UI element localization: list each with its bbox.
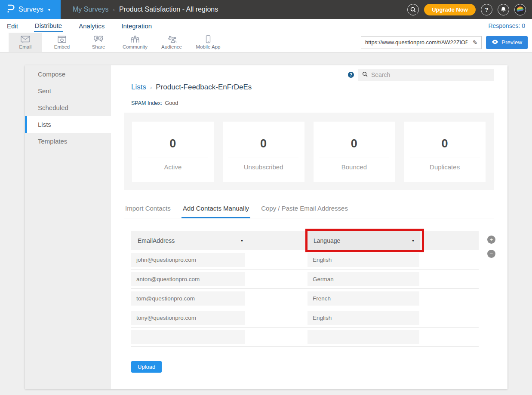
language-field[interactable] <box>308 291 419 306</box>
spam-index-value: Good <box>165 100 178 106</box>
search-icon[interactable] <box>407 4 419 15</box>
stat-value: 0 <box>169 137 176 150</box>
help-icon[interactable]: ? <box>481 4 492 15</box>
email-distribution-panel: Compose Sent Scheduled Lists Templates ?… <box>25 65 507 389</box>
list-name: Product-Feedback-EnFrDeEs <box>156 83 252 92</box>
list-stats: 0 Active 0 Unsubscribed 0 Bounced 0 Dupl… <box>124 113 494 190</box>
toolbar-item-audience[interactable]: Audience <box>155 33 188 52</box>
language-field[interactable] <box>308 311 419 325</box>
search-input[interactable] <box>371 71 489 78</box>
toolbar-item-label: Community <box>123 44 148 49</box>
stat-card-unsubscribed: 0 Unsubscribed <box>223 122 304 182</box>
audience-dollar-icon <box>166 35 177 43</box>
email-field[interactable] <box>131 291 245 306</box>
upload-button[interactable]: Upload <box>131 361 162 373</box>
spam-index: SPAM Index: Good <box>131 100 494 106</box>
toolbar-item-community[interactable]: Community <box>118 33 152 52</box>
chevron-down-icon: ▾ <box>48 7 50 12</box>
email-column-select[interactable]: EmailAddress ▾ <box>138 237 243 244</box>
breadcrumb-my-surveys[interactable]: My Surveys <box>73 6 109 13</box>
spam-index-label: SPAM Index: <box>131 100 162 106</box>
toolbar-item-email[interactable]: Email <box>9 33 42 52</box>
eye-icon <box>492 39 498 46</box>
preview-button[interactable]: Preview <box>486 36 528 49</box>
survey-nav: Edit Distribute Analytics Integration Re… <box>0 19 532 33</box>
remove-row-button[interactable]: − <box>487 250 495 258</box>
contact-row <box>131 250 479 269</box>
user-avatar[interactable] <box>514 4 526 15</box>
toolbar-item-label: Email <box>19 44 32 49</box>
tab-add-contacts-manually[interactable]: Add Contacts Manually <box>181 205 250 218</box>
tab-analytics[interactable]: Analytics <box>78 20 105 31</box>
page-title: Product Satisfaction - All regions <box>119 6 218 13</box>
stat-value: 0 <box>260 137 267 150</box>
toolbar-item-label: Embed <box>54 44 70 49</box>
stat-label: Unsubscribed <box>244 163 283 171</box>
toolbar-item-mobile-app[interactable]: Mobile App <box>191 33 225 52</box>
sidebar-item-lists[interactable]: Lists <box>25 116 111 133</box>
edit-url-pencil-icon[interactable]: ✎ <box>469 39 481 46</box>
email-field[interactable] <box>131 272 245 286</box>
row-controls: + − <box>487 236 495 258</box>
surveys-menu[interactable]: Surveys ▾ <box>0 0 61 19</box>
email-field[interactable] <box>131 330 245 344</box>
language-field[interactable] <box>308 330 419 344</box>
email-field[interactable] <box>131 253 245 267</box>
stat-value: 0 <box>351 137 357 150</box>
tab-copy-paste-emails[interactable]: Copy / Paste Email Addresses <box>260 205 349 218</box>
language-field[interactable] <box>308 272 419 286</box>
breadcrumb: My Surveys › Product Satisfaction - All … <box>61 0 407 19</box>
breadcrumb-separator: › <box>113 6 115 13</box>
contact-row <box>131 289 479 308</box>
help-icon-small[interactable]: ? <box>348 72 354 78</box>
survey-url-input[interactable] <box>361 39 469 46</box>
product-label: Surveys <box>18 6 43 13</box>
questionpro-logo-icon <box>6 4 15 15</box>
stat-card-duplicates: 0 Duplicates <box>404 122 486 182</box>
column-mapping-row: EmailAddress ▾ Language ▾ <box>131 231 479 250</box>
contact-tabs: Import Contacts Add Contacts Manually Co… <box>124 205 494 218</box>
language-column-select[interactable]: Language ▾ <box>308 231 420 250</box>
sidebar-item-templates[interactable]: Templates <box>25 133 111 150</box>
sidebar-item-sent[interactable]: Sent <box>25 83 111 99</box>
survey-url-field: ✎ <box>361 36 482 49</box>
embed-code-icon <box>57 35 67 43</box>
notifications-bell-icon[interactable] <box>498 4 509 15</box>
upgrade-now-button[interactable]: Upgrade Now <box>424 4 476 15</box>
toolbar-item-embed[interactable]: Embed <box>45 33 79 52</box>
search-icon <box>362 71 368 79</box>
contact-row <box>131 308 479 328</box>
distribute-toolbar: Email Embed Share Community Audience Mob… <box>0 33 532 52</box>
stat-card-bounced: 0 Bounced <box>314 122 395 182</box>
header-actions: Upgrade Now ? <box>407 0 532 19</box>
tab-integration[interactable]: Integration <box>120 20 153 31</box>
email-column-label: EmailAddress <box>138 237 175 244</box>
chevron-down-icon: ▾ <box>412 238 414 243</box>
sidebar-item-scheduled[interactable]: Scheduled <box>25 99 111 116</box>
breadcrumb-lists-link[interactable]: Lists <box>131 83 146 92</box>
breadcrumb-separator: › <box>150 84 152 91</box>
stat-label: Bounced <box>341 163 367 171</box>
contact-row <box>131 269 479 289</box>
community-people-icon <box>130 35 140 43</box>
tab-import-contacts[interactable]: Import Contacts <box>124 205 172 218</box>
tab-edit[interactable]: Edit <box>6 20 19 31</box>
share-bubbles-icon <box>93 35 104 43</box>
tab-distribute[interactable]: Distribute <box>34 20 63 32</box>
preview-label: Preview <box>501 39 522 46</box>
stat-label: Active <box>164 163 181 171</box>
responses-count[interactable]: Responses: 0 <box>488 22 525 29</box>
language-field[interactable] <box>308 253 419 267</box>
stat-card-active: 0 Active <box>132 122 214 182</box>
avatar-image <box>516 6 524 12</box>
toolbar-item-label: Mobile App <box>196 44 221 49</box>
contact-row <box>131 328 479 347</box>
mobile-phone-icon <box>205 35 211 43</box>
language-column-label: Language <box>314 237 340 244</box>
add-row-button[interactable]: + <box>487 236 495 244</box>
lists-content: ? Lists › Product-Feedback-EnFrDeEs SPAM… <box>111 65 507 389</box>
sidebar-item-compose[interactable]: Compose <box>25 66 111 83</box>
toolbar-item-share[interactable]: Share <box>82 33 115 52</box>
stat-value: 0 <box>442 137 448 150</box>
email-field[interactable] <box>131 311 245 325</box>
